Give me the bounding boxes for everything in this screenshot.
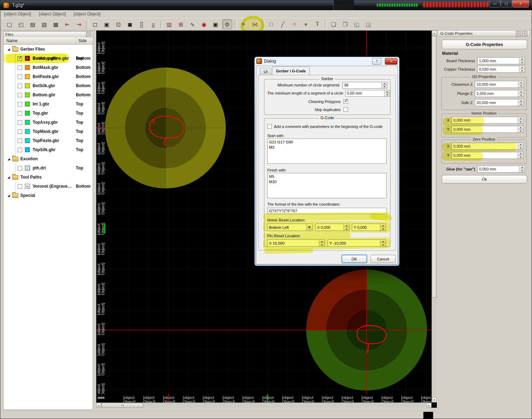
fill-region-icon[interactable]: ◼ xyxy=(125,19,135,29)
dialog-help-button[interactable]: ? xyxy=(372,58,381,65)
vertical-scrollbar[interactable]: ▲ ▼ xyxy=(432,31,437,402)
spin-arrows-icon[interactable] xyxy=(380,224,386,231)
copper-thickness-spinner[interactable]: 0,030 mm xyxy=(477,66,525,73)
gcode-properties-header-button[interactable]: G-Code Properties xyxy=(442,40,527,49)
glue-spinner[interactable]: 0,050 mm xyxy=(477,166,525,173)
dialog-tab[interactable]: UI xyxy=(260,68,271,75)
file-visibility-checkbox[interactable] xyxy=(18,65,22,70)
zoom-region-icon[interactable]: ⊡ xyxy=(113,19,123,29)
new-file-icon[interactable]: ▢ xyxy=(5,19,14,29)
mill-transform-icon[interactable]: ⋈ xyxy=(250,19,260,29)
save-all-icon[interactable]: ▦ xyxy=(51,19,61,29)
menu-item[interactable]: [object Object] xyxy=(35,10,70,18)
expander-icon[interactable]: ◢ xyxy=(8,194,12,197)
save-icon[interactable]: ▤ xyxy=(28,19,38,29)
spin-arrows-icon[interactable] xyxy=(519,58,525,64)
crop-region-icon[interactable]: ▣ xyxy=(102,19,112,29)
file-visibility-checkbox[interactable] xyxy=(18,93,22,97)
file-visibility-checkbox[interactable] xyxy=(18,111,22,116)
spin-arrows-icon[interactable] xyxy=(518,126,523,133)
draw-line-icon[interactable]: ╱ xyxy=(278,19,288,29)
file-visibility-checkbox[interactable] xyxy=(18,56,22,61)
file-tree-row[interactable]: TopMask.gbr Top xyxy=(4,127,93,136)
pin-reset-y-spinner[interactable]: Y -10,000 xyxy=(328,239,386,247)
form-list-icon[interactable]: ≡ xyxy=(238,19,248,29)
horizontal-scrollbar[interactable]: ◄ ► xyxy=(96,402,432,408)
file-visibility-checkbox[interactable] xyxy=(18,120,22,125)
settings-gear-icon[interactable]: ⚙ xyxy=(222,19,232,29)
minimize-button[interactable]: — xyxy=(489,0,500,7)
home-reset-y-spinner[interactable]: Y 0,000 xyxy=(352,224,386,231)
board-thickness-spinner[interactable]: 1,000 mm xyxy=(477,57,525,64)
draw-rect-icon[interactable]: □ xyxy=(266,19,276,29)
file-visibility-checkbox[interactable] xyxy=(18,84,22,88)
file-visibility-checkbox[interactable] xyxy=(18,75,22,79)
menu-item[interactable]: [object Object] xyxy=(70,10,104,18)
file-tree-row[interactable]: TopSilk.gbr Top xyxy=(4,145,93,154)
poly-union-icon[interactable]: ❑ xyxy=(329,19,339,29)
properties-ok-button[interactable]: Ok xyxy=(442,175,527,183)
file-tree-row[interactable]: Int 1.gbr Top xyxy=(4,99,93,109)
file-visibility-checkbox[interactable] xyxy=(18,148,22,152)
setting-spinner[interactable]: 0,50 mm xyxy=(345,90,390,97)
home-y-spinner[interactable]: 0,000 mm xyxy=(452,126,524,133)
file-tree-row[interactable]: Top.gbr Top xyxy=(4,109,93,118)
zero-y-spinner[interactable]: 0,000 mm xyxy=(452,152,524,159)
file-visibility-checkbox[interactable] xyxy=(18,129,22,134)
horizontal-scrollbar-thumb[interactable] xyxy=(102,403,143,408)
curve-icon[interactable]: ∿ xyxy=(188,19,197,29)
export-icon[interactable]: ⇥ xyxy=(74,19,84,29)
file-visibility-checkbox[interactable] xyxy=(18,138,22,143)
spin-arrows-icon[interactable] xyxy=(518,81,524,88)
zero-x-spinner[interactable]: 0,000 mm xyxy=(452,143,524,150)
spin-arrows-icon[interactable] xyxy=(380,240,386,246)
setting-checkbox[interactable] xyxy=(343,107,348,112)
draw-blob-icon[interactable]: ● xyxy=(301,19,311,29)
poly-subtract-icon[interactable]: ❒ xyxy=(340,19,350,29)
file-tree-row[interactable]: pth.drl Top xyxy=(4,163,93,173)
expander-icon[interactable]: ◢ xyxy=(8,176,12,179)
coordinate-format-input[interactable]: G?X?Y?Z?F?S? xyxy=(267,208,387,214)
spin-arrows-icon[interactable] xyxy=(384,90,390,96)
spin-arrows-icon[interactable] xyxy=(319,240,324,246)
pin-reset-x-spinner[interactable]: X 10,000 xyxy=(267,239,325,247)
spin-arrows-icon[interactable] xyxy=(519,66,525,72)
home-reset-mode-dropdown[interactable]: Bottom Left xyxy=(267,224,313,231)
file-tree-row[interactable]: BotAssy.gbr Bottom xyxy=(4,54,93,63)
column-side[interactable]: Side xyxy=(76,38,87,43)
dialog-close-button[interactable]: × xyxy=(385,58,398,65)
home-reset-x-spinner[interactable]: X 0,000 xyxy=(315,224,349,231)
column-name[interactable]: Name xyxy=(4,37,76,44)
close-button[interactable]: × xyxy=(512,0,529,7)
panel-float-icon[interactable]: □ xyxy=(86,32,91,37)
file-tree-row[interactable]: ◢ Tool Paths xyxy=(4,173,93,182)
expander-icon[interactable]: ◢ xyxy=(8,157,12,161)
maximize-button[interactable]: ▢ xyxy=(501,0,512,7)
poly-xor-icon[interactable]: ◲ xyxy=(363,19,373,29)
spin-arrows-icon[interactable] xyxy=(518,90,524,97)
measure-icon[interactable]: ▥ xyxy=(164,19,174,29)
dialog-title-bar[interactable]: Dialog ? × xyxy=(256,58,398,65)
vertical-scrollbar-thumb[interactable] xyxy=(432,36,437,298)
file-visibility-checkbox[interactable] xyxy=(18,184,22,189)
finish-with-textarea[interactable]: M5 M30 xyxy=(267,173,387,198)
file-tree-row[interactable]: TopPaste.gbr Top xyxy=(4,136,93,145)
spin-arrows-icon[interactable] xyxy=(381,82,387,88)
spin-arrows-icon[interactable] xyxy=(518,143,523,149)
start-with-textarea[interactable]: G21 G17 G90 M3 xyxy=(267,138,387,164)
save-as-icon[interactable]: ▧ xyxy=(39,19,49,29)
clearence-spinner[interactable]: 10,000 mm xyxy=(475,81,524,88)
file-tree-row[interactable]: ◢ Gerber Files xyxy=(4,45,93,54)
spin-arrows-icon[interactable] xyxy=(518,99,524,106)
select-region-icon[interactable]: ◻ xyxy=(90,19,100,29)
file-tree-row[interactable]: ◢ Excellon xyxy=(4,154,93,163)
file-tree-row[interactable]: TopAssy.gbr Top xyxy=(4,118,93,127)
import-icon[interactable]: ⇤ xyxy=(63,19,72,29)
home-x-spinner[interactable]: 0,000 mm xyxy=(452,117,524,124)
plunge-spinner[interactable]: 2,000 mm xyxy=(475,90,524,97)
file-tree-row[interactable]: Voronoi (Engrave (20... Bottom xyxy=(4,182,93,191)
array-pattern-icon[interactable]: ⣶ xyxy=(148,19,158,29)
dialog-cancel-button[interactable]: Cancel xyxy=(370,255,396,263)
setting-spinner[interactable]: 36 xyxy=(342,82,387,89)
panel-float-icon[interactable]: □ xyxy=(516,31,521,36)
